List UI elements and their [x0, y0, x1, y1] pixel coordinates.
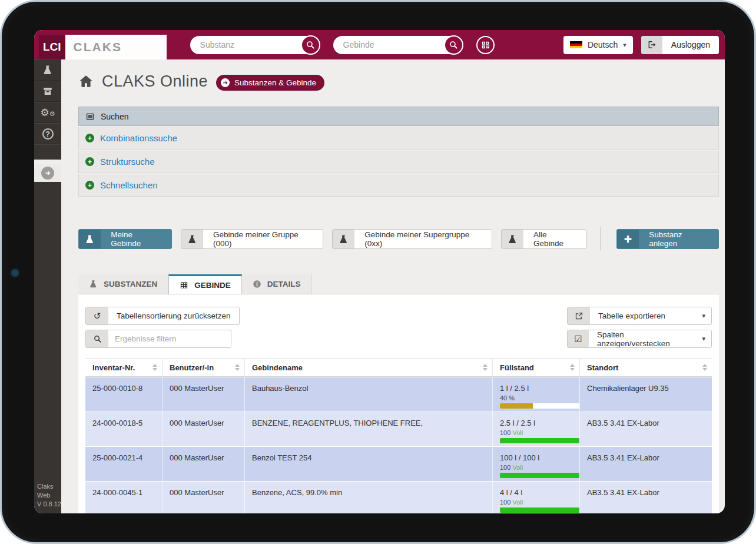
cell-gebindename: Benzol TEST 254 — [244, 447, 492, 481]
action-button-row: Meine Gebinde Gebinde meiner Gruppe (000… — [78, 227, 719, 251]
sidebar-collapse-toggle[interactable] — [34, 164, 61, 182]
button-divider — [600, 227, 601, 251]
substanz-search-input[interactable] — [199, 39, 293, 50]
sidebar-divider — [34, 144, 61, 156]
table-row[interactable]: 25-000-0010-8 000 MasterUser Bauhaus-Ben… — [85, 377, 712, 412]
chevron-down-icon: ▾ — [702, 312, 711, 320]
cell-standort: AB3.5 3.41 EX-Labor — [579, 447, 712, 481]
fill-amount: 4 l / 4 l — [500, 488, 572, 497]
substanz-search-button[interactable] — [301, 35, 320, 55]
gebinde-table: Inventar-Nr. Benutzer/-in Gebindename Fü… — [85, 358, 712, 513]
table-grid-icon — [180, 281, 188, 290]
accordion-kombinationssuche[interactable]: + Kombinationssuche — [78, 127, 719, 150]
fill-unit: % — [509, 394, 515, 402]
fill-amount: 100 l / 100 l — [500, 453, 572, 462]
column-header-standort[interactable]: Standort — [579, 359, 712, 376]
search-panel-header: Suchen — [78, 107, 719, 126]
tab-gebinde[interactable]: GEBINDE — [168, 274, 242, 294]
fill-progress-bar — [500, 438, 582, 443]
meine-gebinde-button[interactable]: Meine Gebinde — [78, 229, 172, 249]
top-bar: LCI CLAKS — [34, 30, 725, 59]
cell-standort: Chemikalienlager U9.35 — [579, 377, 712, 412]
page-header: CLAKS Online ➔ Substanzen & Gebinde — [78, 71, 719, 92]
sidebar-item-help[interactable]: ? — [34, 123, 61, 144]
column-header-benutzer[interactable]: Benutzer/-in — [162, 359, 244, 376]
search-panel: Suchen + Kombinationssuche + Struktursuc… — [78, 107, 719, 197]
sidebar-item-substances[interactable] — [34, 59, 61, 81]
accordion-struktursuche[interactable]: + Struktursuche — [78, 151, 719, 173]
language-selector[interactable]: Deutsch ▾ — [563, 36, 633, 54]
cell-gebindename: Bauhaus-Benzol — [244, 377, 492, 412]
flask-icon — [42, 65, 53, 75]
column-header-gebindename[interactable]: Gebindename — [244, 359, 492, 376]
tab-details[interactable]: DETAILS — [242, 274, 312, 294]
search-icon — [449, 40, 458, 49]
sidebar-notch — [34, 160, 61, 164]
fill-unit: Voll — [512, 464, 523, 471]
main-content: CLAKS Online ➔ Substanzen & Gebinde Such… — [61, 59, 725, 513]
gruppe-gebinde-button[interactable]: Gebinde meiner Gruppe (000) — [181, 229, 323, 249]
table-header: Inventar-Nr. Benutzer/-in Gebindename Fü… — [85, 358, 712, 377]
flask-icon — [85, 234, 95, 244]
export-table-button[interactable]: Tabelle exportieren ▾ — [567, 307, 712, 325]
sidebar-item-inventory[interactable] — [34, 81, 61, 102]
app-logo: LCI CLAKS — [34, 30, 167, 59]
sort-icon — [702, 364, 707, 371]
logout-button[interactable]: Ausloggen — [641, 36, 719, 54]
tab-substanzen[interactable]: SUBSTANZEN — [78, 274, 168, 294]
supergruppe-gebinde-button[interactable]: Gebinde meiner Supergruppe (0xx) — [332, 229, 492, 249]
arrow-right-icon — [44, 170, 51, 177]
cell-fuellstand: 1 l / 2.5 l 40 % — [492, 377, 579, 412]
chevron-down-icon: ▾ — [702, 335, 711, 343]
table-row[interactable]: 25-000-0021-4 000 MasterUser Benzol TEST… — [85, 447, 712, 481]
home-icon[interactable] — [78, 74, 94, 89]
cell-inventar: 24-000-0018-5 — [85, 412, 162, 446]
alle-gebinde-button[interactable]: Alle Gebinde — [501, 229, 586, 249]
logout-icon — [647, 40, 656, 49]
qr-scan-button[interactable] — [476, 36, 495, 54]
sort-icon — [235, 364, 240, 371]
plus-square-icon: ✚ — [617, 230, 639, 248]
topbar-right: Deutsch ▾ Ausloggen — [563, 36, 725, 54]
checkbox-icon: ☑ — [568, 330, 589, 347]
list-icon — [85, 112, 95, 121]
flask-icon — [339, 234, 349, 244]
gebinde-search-input[interactable] — [342, 39, 436, 50]
flask-icon — [187, 234, 197, 244]
fill-unit: Voll — [512, 499, 523, 506]
sort-icon — [570, 364, 575, 371]
sidebar: ⚙⚙ ? Claks Web V 0.8.12 — [34, 59, 61, 513]
cell-gebindename: Benzene, ACS, 99.0% min — [244, 482, 492, 513]
fill-progress-bar — [500, 507, 582, 513]
german-flag-icon — [570, 41, 582, 49]
logo-claks: CLAKS — [65, 35, 167, 59]
app-version: Claks Web V 0.8.12 — [34, 482, 61, 513]
cell-gebindename: BENZENE, REAGENTPLUS, THIOPHENE FREE, — [244, 412, 492, 446]
arrow-right-circle-icon: ➔ — [221, 78, 230, 87]
qr-code-icon — [480, 40, 490, 50]
gebinde-search-button[interactable] — [444, 35, 463, 55]
column-header-inventar[interactable]: Inventar-Nr. — [85, 359, 162, 376]
context-badge-label: Substanzen & Gebinde — [234, 78, 316, 87]
language-label: Deutsch — [588, 40, 618, 49]
fill-amount: 1 l / 2.5 l — [500, 384, 572, 393]
cell-fuellstand: 4 l / 4 l 100 Voll — [492, 482, 579, 513]
toggle-columns-button[interactable]: ☑ Spalten anzeigen/verstecken ▾ — [567, 330, 712, 348]
accordion-label: Struktursuche — [100, 157, 155, 167]
fill-value: 100 — [500, 464, 510, 471]
search-icon — [306, 40, 315, 49]
gebinde-search — [333, 36, 462, 54]
fill-value: 40 — [500, 394, 507, 402]
substanz-anlegen-button[interactable]: ✚ Substanz anlegen — [616, 229, 719, 249]
filter-input[interactable] — [108, 334, 231, 343]
page-title: CLAKS Online — [102, 72, 208, 91]
reset-sort-button[interactable]: ↺ Tabellensortierung zurücksetzen — [85, 307, 240, 325]
table-row[interactable]: 24-000-0045-1 000 MasterUser Benzene, AC… — [85, 482, 712, 513]
flask-icon — [89, 280, 98, 288]
table-row[interactable]: 24-000-0018-5 000 MasterUser BENZENE, RE… — [85, 412, 712, 446]
column-header-fuellstand[interactable]: Füllstand — [492, 359, 579, 376]
search-panel-title: Suchen — [101, 112, 128, 121]
fill-progress-bar — [500, 473, 582, 478]
sidebar-item-settings[interactable]: ⚙⚙ — [34, 102, 61, 123]
accordion-schnellsuchen[interactable]: + Schnellsuchen — [78, 174, 719, 197]
